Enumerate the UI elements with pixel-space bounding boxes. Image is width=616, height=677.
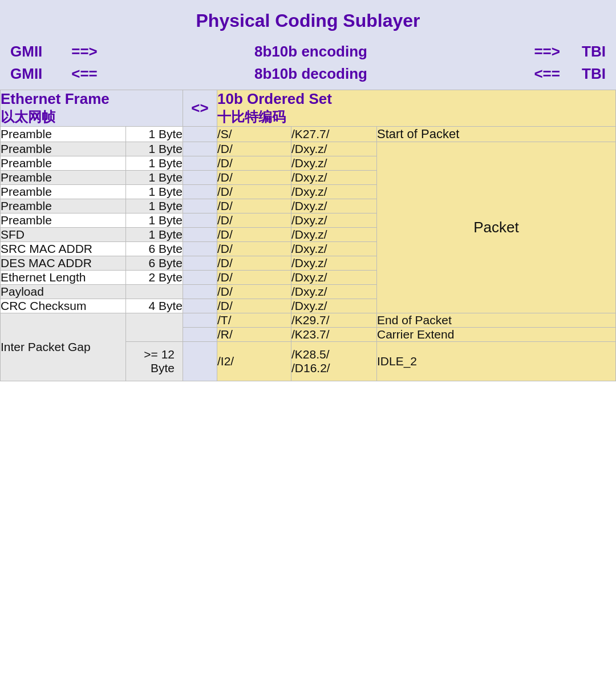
field-symbol: /Dxy.z/ — [291, 199, 377, 213]
row-arrow — [183, 171, 217, 185]
page-title: Physical Coding Sublayer — [0, 0, 616, 39]
table-row: Preamble 1 Byte /S/ /K27.7/ Start of Pac… — [1, 127, 616, 142]
field-code: /R/ — [217, 328, 291, 342]
field-size — [126, 285, 183, 299]
field-code: /D/ — [217, 213, 291, 228]
field-symbol: /Dxy.z/ — [291, 171, 377, 185]
field-code: /D/ — [217, 185, 291, 199]
field-name: Preamble — [1, 156, 126, 171]
field-symbol: /Dxy.z/ — [291, 213, 377, 228]
gmii-label-2: GMII — [10, 63, 62, 85]
row-arrow — [183, 313, 217, 328]
field-code: /D/ — [217, 171, 291, 185]
field-name: Preamble — [1, 185, 126, 199]
field-symbol: /Dxy.z/ — [291, 142, 377, 156]
field-symbol: /Dxy.z/ — [291, 285, 377, 299]
field-code: /D/ — [217, 285, 291, 299]
field-code: /D/ — [217, 142, 291, 156]
field-size: 1 Byte — [126, 127, 183, 142]
row-arrow — [183, 299, 217, 313]
field-name: SFD — [1, 228, 126, 242]
gmii-label-1: GMII — [10, 41, 62, 63]
field-symbol: /Dxy.z/ — [291, 156, 377, 171]
field-size: 2 Byte — [126, 271, 183, 285]
arrow2-enc-1: ==> — [514, 41, 560, 63]
field-size: 6 Byte — [126, 242, 183, 256]
ordered-set-cn-label: 十比特编码 — [217, 108, 615, 126]
field-symbol: /Dxy.z/ — [291, 242, 377, 256]
row-arrow — [183, 142, 217, 156]
field-name: Preamble — [1, 142, 126, 156]
field-code: /I2/ — [217, 342, 291, 381]
field-symbol: /Dxy.z/ — [291, 256, 377, 271]
field-code: /D/ — [217, 156, 291, 171]
main-table: Ethernet Frame 以太网帧 <> 10b Ordered Set 十… — [0, 90, 616, 381]
field-size: 6 Byte — [126, 256, 183, 271]
field-symbol: /K29.7/ — [291, 313, 377, 328]
field-size: 1 Byte — [126, 156, 183, 171]
field-name: CRC Checksum — [1, 299, 126, 313]
field-size: 1 Byte — [126, 213, 183, 228]
row-arrow — [183, 213, 217, 228]
field-size: 1 Byte — [126, 171, 183, 185]
field-size: 1 Byte — [126, 142, 183, 156]
row-arrow — [183, 285, 217, 299]
packet-label: Packet — [377, 142, 616, 313]
encoding-section: GMII ==> 8b10b encoding ==> TBI GMII <==… — [0, 39, 616, 90]
field-symbol: /Dxy.z/ — [291, 228, 377, 242]
arrow-enc-1: ==> — [62, 41, 107, 63]
field-size: 1 Byte — [126, 199, 183, 213]
enc-label-2: 8b10b decoding — [107, 63, 514, 85]
row-arrow — [183, 256, 217, 271]
row-arrow — [183, 342, 217, 381]
field-code: /D/ — [217, 242, 291, 256]
start-of-packet-label: Start of Packet — [377, 127, 616, 142]
arrow-enc-2: <== — [62, 63, 107, 85]
field-size: 4 Byte — [126, 299, 183, 313]
field-code: /T/ — [217, 313, 291, 328]
table-row: Preamble 1 Byte /D/ /Dxy.z/ Packet — [1, 142, 616, 156]
field-code: /D/ — [217, 199, 291, 213]
field-name: Preamble — [1, 171, 126, 185]
field-size: 1 Byte — [126, 228, 183, 242]
field-name: Preamble — [1, 213, 126, 228]
row-arrow — [183, 199, 217, 213]
end-of-packet-label: End of Packet — [377, 313, 616, 328]
field-symbol: /Dxy.z/ — [291, 299, 377, 313]
row-arrow — [183, 156, 217, 171]
ordered-set-header: 10b Ordered Set 十比特编码 — [217, 90, 616, 127]
field-code: /D/ — [217, 299, 291, 313]
field-name: Ethernet Length — [1, 271, 126, 285]
field-name: Payload — [1, 285, 126, 299]
encoding-row-1: GMII ==> 8b10b encoding ==> TBI — [10, 41, 606, 63]
table-header-row: Ethernet Frame 以太网帧 <> 10b Ordered Set 十… — [1, 90, 616, 127]
eth-frame-cn-label: 以太网帧 — [1, 108, 183, 126]
row-arrow — [183, 185, 217, 199]
row-arrow — [183, 271, 217, 285]
encoding-row-2: GMII <== 8b10b decoding <== TBI — [10, 63, 606, 85]
field-symbol: /K23.7/ — [291, 328, 377, 342]
eth-frame-label: Ethernet Frame — [1, 90, 183, 108]
field-name: SRC MAC ADDR — [1, 242, 126, 256]
tbi-label-2: TBI — [560, 63, 606, 85]
table-row: Inter Packet Gap /T/ /K29.7/ End of Pack… — [1, 313, 616, 328]
carrier-extend-label: Carrier Extend — [377, 328, 616, 342]
row-arrow — [183, 228, 217, 242]
field-name: DES MAC ADDR — [1, 256, 126, 271]
field-size: 1 Byte — [126, 185, 183, 199]
inter-packet-gap-name: Inter Packet Gap — [1, 313, 126, 381]
field-code: /D/ — [217, 256, 291, 271]
ordered-set-label: 10b Ordered Set — [217, 90, 615, 108]
field-symbol: /Dxy.z/ — [291, 271, 377, 285]
inter-packet-gap-size-2: >= 12 Byte — [126, 342, 183, 381]
field-name: Preamble — [1, 199, 126, 213]
field-symbol: /K28.5/ /D16.2/ — [291, 342, 377, 381]
tbi-label-1: TBI — [560, 41, 606, 63]
field-code: /D/ — [217, 271, 291, 285]
page-container: Physical Coding Sublayer GMII ==> 8b10b … — [0, 0, 616, 381]
field-name: Preamble — [1, 127, 126, 142]
field-code: /S/ — [217, 127, 291, 142]
row-arrow — [183, 328, 217, 342]
arrow2-enc-2: <== — [514, 63, 560, 85]
row-arrow — [183, 127, 217, 142]
